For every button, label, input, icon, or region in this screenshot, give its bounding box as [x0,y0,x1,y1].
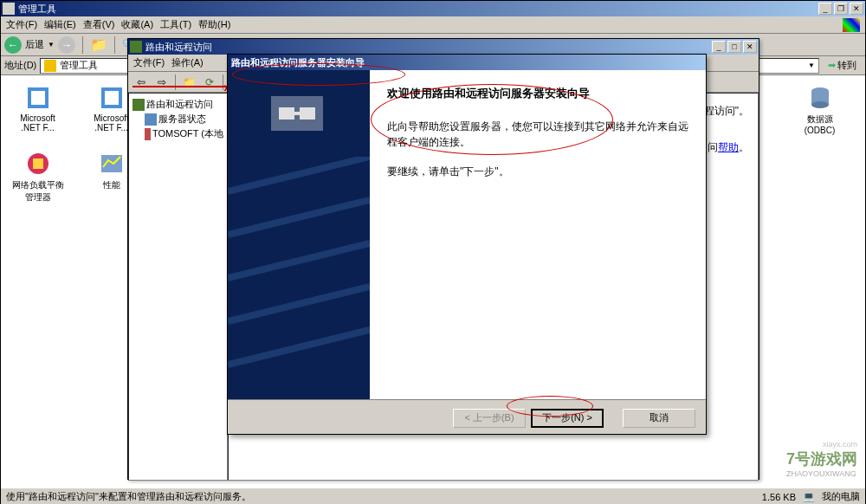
goto-label: 转到 [837,59,856,72]
admin-menubar: 文件(F) 编辑(E) 查看(V) 收藏(A) 工具(T) 帮助(H) [1,16,865,34]
svg-line-14 [228,200,370,235]
forward-button[interactable]: → [58,36,75,54]
wizard-title: 路由和远程访问服务器安装向导 [231,56,365,69]
mmc-forward-button[interactable]: ⇨ [152,74,171,91]
rras-setup-wizard: 路由和远程访问服务器安装向导 欢迎使用路由和远程访问服务器安装向导 此向导帮助您… [227,54,707,435]
icon-label: 数据源 (ODBC) [792,113,848,135]
mmc-back-button[interactable]: ⇦ [132,74,151,91]
tree-server-label: TOMSOFT (本地 [152,127,223,140]
mmc-refresh-button[interactable]: ⟳ [200,74,219,91]
icon-nlb[interactable]: 网络负载平衡管理器 [10,150,66,204]
mmc-up-button[interactable]: 📁 [179,74,198,91]
svg-rect-5 [33,158,43,169]
menu-edit[interactable]: 编辑(E) [44,18,76,31]
watermark: xiayx.com 7号游戏网 ZHAOYOUXIWANG [786,440,857,478]
svg-rect-1 [31,91,45,105]
svg-rect-3 [105,91,119,105]
statusbar: 使用"路由和远程访问"来配置和管理路由和远程访问服务。 1.56 KB 💻 我的… [1,488,865,504]
statusbar-mycomputer: 我的电脑 [822,490,860,503]
close-button[interactable]: ✕ [850,3,863,15]
icon-msnet1[interactable]: Microsoft .NET F... [10,84,66,132]
server-icon [145,128,151,140]
goto-button[interactable]: ➡ 转到 [823,59,862,72]
icon-label: 性能 [103,179,120,191]
watermark-url: xiayx.com [786,440,857,449]
menu-tools[interactable]: 工具(T) [160,18,191,31]
address-dropdown-icon[interactable]: ▼ [808,61,815,69]
back-dropdown[interactable]: ▼ [48,41,55,48]
statusbar-size: 1.56 KB [762,492,796,502]
svg-line-16 [228,287,370,321]
folder-icon [44,60,56,72]
mmc-close-button[interactable]: ✕ [743,41,757,53]
wizard-p1: 此向导帮助您设置服务器，使您可以连接到其它网络并允许来自远程客户端的连接。 [387,119,688,150]
mmc-menu-file[interactable]: 文件(F) [133,56,165,69]
watermark-sub: ZHAOYOUXIWANG [786,469,857,478]
window-icon [3,3,15,15]
rras-icon [132,99,145,111]
wizard-hero-icon [271,96,323,131]
icon-label: 网络负载平衡管理器 [10,179,66,204]
go-icon: ➡ [828,60,836,71]
icon-odbc[interactable]: 数据源 (ODBC) [792,84,848,135]
wizard-p2: 要继续，请单击"下一步"。 [387,164,688,179]
separator [82,36,83,54]
wizard-decorative-lines [228,157,370,399]
address-label: 地址(D) [4,59,36,72]
folder-up-icon[interactable]: 📁 [90,36,107,53]
menu-favorites[interactable]: 收藏(A) [121,18,153,31]
wizard-next-button[interactable]: 下一步(N) > [531,409,604,428]
mmc-titlebar[interactable]: 路由和远程访问 _ □ ✕ [128,39,759,55]
wizard-cancel-button[interactable]: 取消 [623,409,695,428]
wizard-sidebar [228,70,370,399]
svg-line-13 [228,157,370,191]
status-icon [145,113,157,126]
mmc-minimize-button[interactable]: _ [712,41,726,53]
tree-status-label: 服务器状态 [158,113,206,126]
tree-root-label: 路由和远程访问 [146,98,213,111]
minimize-button[interactable]: _ [818,3,832,15]
mmc-menu-action[interactable]: 操作(A) [171,56,204,69]
wizard-button-bar: < 上一步(B) 下一步(N) > 取消 [228,399,706,436]
maximize-button[interactable]: ❐ [834,3,848,15]
svg-point-9 [811,101,829,108]
details-text-2: 问 [708,141,718,153]
wizard-back-button: < 上一步(B) [453,409,526,428]
separator [114,36,115,54]
mmc-icon [130,41,142,53]
svg-line-15 [228,243,370,278]
watermark-brand: 7号游戏网 [786,449,857,469]
svg-rect-11 [300,107,315,120]
tree-server-status[interactable]: 服务器状态 [132,112,223,126]
back-label: 后退 [25,38,44,51]
tree-server[interactable]: TOMSOFT (本地 [132,126,223,141]
mmc-tree[interactable]: 路由和远程访问 服务器状态 TOMSOFT (本地 [128,93,228,481]
statusbar-text: 使用"路由和远程访问"来配置和管理路由和远程访问服务。 [6,490,251,503]
admin-titlebar[interactable]: 管理工具 _ ❐ ✕ [1,1,865,16]
annotation-line [132,86,232,87]
address-value: 管理工具 [60,59,98,72]
svg-rect-12 [294,112,300,115]
window-title: 管理工具 [18,3,818,16]
wizard-titlebar[interactable]: 路由和远程访问服务器安装向导 [228,55,706,70]
help-link[interactable]: 帮助 [718,141,739,153]
tree-root[interactable]: 路由和远程访问 [132,97,223,112]
menu-file[interactable]: 文件(F) [6,18,37,31]
svg-rect-10 [279,107,294,120]
menu-help[interactable]: 帮助(H) [198,18,230,31]
mmc-title: 路由和远程访问 [145,41,712,54]
mycomputer-icon: 💻 [803,491,815,502]
svg-line-17 [228,330,370,365]
menu-view[interactable]: 查看(V) [83,18,115,31]
windows-logo-icon [843,18,860,32]
icon-label: Microsoft .NET F... [10,113,66,132]
mmc-maximize-button[interactable]: □ [727,41,741,53]
wizard-heading: 欢迎使用路由和远程访问服务器安装向导 [387,86,688,101]
wizard-main: 欢迎使用路由和远程访问服务器安装向导 此向导帮助您设置服务器，使您可以连接到其它… [370,70,706,399]
details-text-1: 程访问"。 [704,105,749,117]
back-button[interactable]: ← [4,36,22,54]
